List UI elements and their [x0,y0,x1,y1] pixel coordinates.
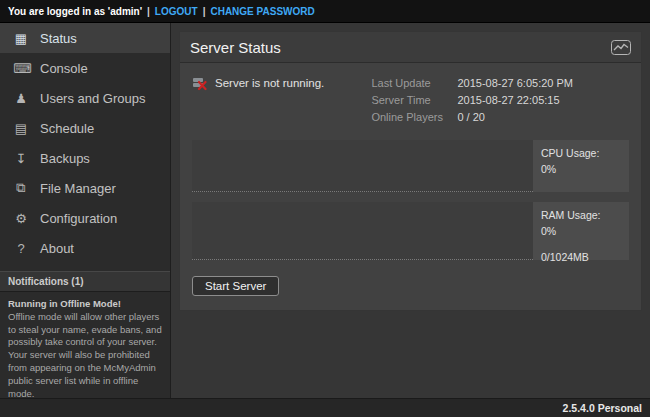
logged-in-text: You are logged in as 'admin' [8,6,142,17]
server-info-table: Last Update 2015-08-27 6:05:20 PM Server… [371,75,573,126]
sidebar-item-about[interactable]: ? About [0,233,170,263]
info-value: 0 / 20 [457,109,485,126]
ram-usage-detail: 0/1024MB [541,250,621,266]
info-row-last-update: Last Update 2015-08-27 6:05:20 PM [371,75,573,92]
notification-body-text: Offline mode will allow other players to… [8,311,162,399]
question-icon: ? [13,241,29,256]
status-row: Server is not running. Last Update 2015-… [180,63,641,128]
info-value: 2015-08-27 6:05:20 PM [457,75,573,92]
ram-usage-label: RAM Usage: [541,209,601,221]
sidebar-item-label: File Manager [40,181,116,196]
gear-icon: ⚙ [13,211,29,226]
sidebar-item-label: About [40,241,74,256]
status-text: Server is not running. [215,77,324,89]
cpu-usage-chart [192,140,533,192]
schedule-icon: ▤ [13,121,29,136]
notification-title: Running in Offline Mode! [8,298,162,311]
notification-message: Running in Offline Mode! Offline mode wi… [0,292,170,407]
sidebar-item-backups[interactable]: ↧ Backups [0,143,170,173]
cpu-usage-value: 0% [541,163,556,175]
ram-usage-chart [192,202,533,260]
separator: | [203,6,206,17]
sidebar-item-users-and-groups[interactable]: ♟ Users and Groups [0,83,170,113]
version-text: 2.5.4.0 Personal [563,402,642,414]
ram-usage-meter: RAM Usage: 0% 0/1024MB [192,202,629,260]
info-label: Online Players [371,109,457,126]
sidebar-item-label: Console [40,61,88,76]
users-icon: ♟ [13,91,29,106]
info-label: Last Update [371,75,457,92]
file-manager-icon: ⧉ [13,180,29,196]
backups-icon: ↧ [13,151,29,166]
server-stopped-icon [192,77,207,93]
cpu-usage-label-box: CPU Usage: 0% [533,140,629,192]
sidebar: ▦ Status ⌨ Console ♟ Users and Groups ▤ … [0,23,171,398]
info-row-server-time: Server Time 2015-08-27 22:05:15 [371,92,573,109]
status-icon: ▦ [13,31,29,46]
notifications-header[interactable]: Notifications (1) [0,271,170,292]
sidebar-item-file-manager[interactable]: ⧉ File Manager [0,173,170,203]
start-server-button[interactable]: Start Server [192,276,279,296]
sidebar-item-label: Backups [40,151,90,166]
body-row: ▦ Status ⌨ Console ♟ Users and Groups ▤ … [0,23,650,398]
sidebar-item-label: Schedule [40,121,94,136]
sidebar-item-schedule[interactable]: ▤ Schedule [0,113,170,143]
ram-usage-value: 0% [541,225,556,237]
server-status-message: Server is not running. [192,75,324,126]
footer-bar: 2.5.4.0 Personal [0,398,650,417]
topbar: You are logged in as 'admin' | LOGOUT | … [0,0,650,23]
server-status-panel: Server Status [179,31,642,311]
panel-header: Server Status [180,32,641,63]
mcmyadmin-window: You are logged in as 'admin' | LOGOUT | … [0,0,650,417]
sidebar-item-configuration[interactable]: ⚙ Configuration [0,203,170,233]
console-icon: ⌨ [13,61,29,76]
ram-usage-label-box: RAM Usage: 0% 0/1024MB [533,202,629,260]
cpu-usage-label: CPU Usage: [541,147,599,159]
info-row-online-players: Online Players 0 / 20 [371,109,573,126]
sidebar-item-label: Users and Groups [40,91,146,106]
info-label: Server Time [371,92,457,109]
performance-graph-icon[interactable] [611,40,631,55]
separator: | [147,6,150,17]
sidebar-item-label: Status [40,31,77,46]
change-password-link[interactable]: CHANGE PASSWORD [210,6,314,17]
sidebar-item-label: Configuration [40,211,117,226]
page-title: Server Status [190,39,281,56]
info-value: 2015-08-27 22:05:15 [457,92,559,109]
main-area: Server Status [171,23,650,398]
cpu-usage-meter: CPU Usage: 0% [192,140,629,192]
sidebar-item-console[interactable]: ⌨ Console [0,53,170,83]
logout-link[interactable]: LOGOUT [155,6,198,17]
sidebar-item-status[interactable]: ▦ Status [0,23,170,53]
